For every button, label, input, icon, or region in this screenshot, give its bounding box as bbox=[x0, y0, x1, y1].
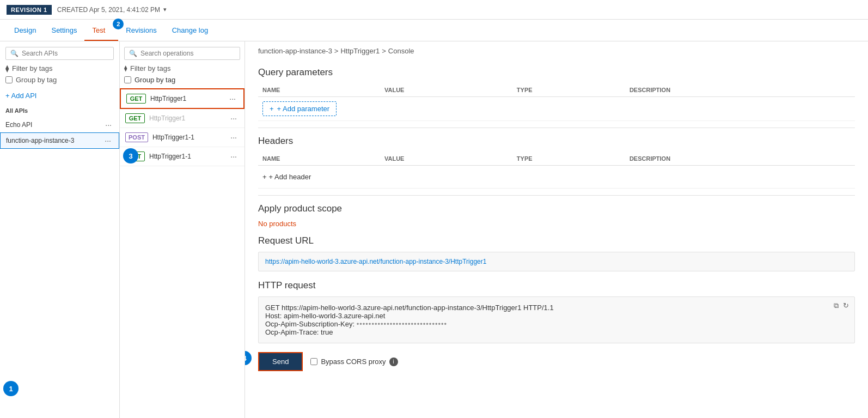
op-item-httptrigger1-get[interactable]: GET HttpTrigger1 ··· bbox=[120, 88, 244, 109]
query-params-add-row: + + Add parameter bbox=[258, 97, 855, 121]
op-item-httptrigger1-1-get[interactable]: GET HttpTrigger1-1 ··· bbox=[120, 147, 244, 166]
bypass-info-icon[interactable]: i bbox=[389, 358, 398, 366]
col-type: TYPE bbox=[512, 83, 625, 97]
http-line3: Ocp-Apim-Subscription-Key: •••••••••••••… bbox=[265, 320, 848, 328]
search-icon: 🔍 bbox=[10, 50, 19, 57]
mid-filter-icon: ⧫ bbox=[124, 65, 127, 72]
revision-bar: REVISION 1 CREATED Apr 5, 2021, 4:41:02 … bbox=[0, 0, 868, 20]
add-api-button[interactable]: + Add API bbox=[5, 92, 114, 100]
hcol-value: VALUE bbox=[380, 152, 512, 166]
op-method-get2: GET bbox=[125, 113, 145, 123]
step4-badge: 4 bbox=[245, 351, 252, 365]
sidebar-item-echo-api[interactable]: Echo API ··· bbox=[0, 117, 119, 132]
breadcrumb-part2[interactable]: HttpTrigger1 bbox=[340, 47, 380, 55]
headers-add-row: + + Add header bbox=[258, 166, 855, 189]
col-value: VALUE bbox=[380, 83, 512, 97]
middle-panel: 🔍 ⧫ Filter by tags Group by tag GET Http… bbox=[120, 41, 245, 418]
mid-group-checkbox[interactable] bbox=[124, 76, 131, 83]
tab-design[interactable]: Design bbox=[7, 21, 44, 41]
request-url-title: Request URL bbox=[258, 235, 855, 246]
right-panel: function-app-instance-3 > HttpTrigger1 >… bbox=[245, 41, 868, 418]
op1-ellipsis[interactable]: ··· bbox=[227, 94, 238, 103]
hcol-type: TYPE bbox=[512, 152, 625, 166]
add-header-button[interactable]: + + Add header bbox=[262, 170, 311, 184]
apply-product-title: Apply product scope bbox=[258, 203, 855, 214]
mid-search-icon: 🔍 bbox=[129, 50, 137, 57]
search-operations-input[interactable] bbox=[140, 50, 235, 57]
headers-title: Headers bbox=[258, 136, 855, 147]
breadcrumb-sep2: > bbox=[382, 47, 386, 55]
op-method-get: GET bbox=[126, 94, 146, 104]
op-method-post: POST bbox=[125, 132, 148, 142]
left-sidebar: 🔍 ⧫ Filter by tags Group by tag + Add AP… bbox=[0, 41, 120, 418]
filter-icon: ⧫ bbox=[5, 64, 9, 72]
http-line1: GET https://apim-hello-world-3.azure-api… bbox=[265, 304, 848, 312]
op4-ellipsis[interactable]: ··· bbox=[228, 152, 239, 161]
mid-filter-by-tags[interactable]: ⧫ Filter by tags bbox=[124, 64, 240, 72]
request-url-value: https://apim-hello-world-3.azure-api.net… bbox=[258, 252, 855, 271]
group-by-tag[interactable]: Group by tag bbox=[5, 76, 114, 84]
tabs-bar: Design Settings Test 2 Revisions Change … bbox=[0, 20, 868, 41]
bypass-cors-label: Bypass CORS proxy i bbox=[310, 358, 398, 366]
op3-ellipsis[interactable]: ··· bbox=[228, 133, 239, 142]
tab-changelog[interactable]: Change log bbox=[164, 21, 216, 41]
headers-table: NAME VALUE TYPE DESCRIPTION + + Add head… bbox=[258, 152, 855, 189]
step3-badge: 3 bbox=[123, 148, 138, 163]
group-by-checkbox[interactable] bbox=[5, 76, 13, 83]
hcol-desc: DESCRIPTION bbox=[625, 152, 855, 166]
breadcrumb: function-app-instance-3 > HttpTrigger1 >… bbox=[258, 41, 855, 59]
refresh-icon[interactable]: ↻ bbox=[843, 301, 849, 310]
search-operations-wrapper: 🔍 bbox=[124, 47, 240, 60]
http-line2: Host: apim-hello-world-3.azure-api.net bbox=[265, 312, 848, 320]
sidebar-item-function-app[interactable]: function-app-instance-3 ··· bbox=[0, 132, 119, 149]
query-params-table: NAME VALUE TYPE DESCRIPTION + + Add para… bbox=[258, 83, 855, 121]
tab-test[interactable]: Test 2 bbox=[84, 21, 118, 41]
add-parameter-button[interactable]: + + Add parameter bbox=[262, 101, 337, 116]
breadcrumb-part1[interactable]: function-app-instance-3 bbox=[258, 47, 332, 55]
copy-icons: ⧉ ↻ bbox=[834, 301, 849, 310]
send-row: 4 Send Bypass CORS proxy i bbox=[258, 352, 855, 371]
col-name: NAME bbox=[258, 83, 380, 97]
bypass-cors-checkbox[interactable] bbox=[310, 358, 317, 365]
no-products: No products bbox=[258, 220, 855, 228]
col-desc: DESCRIPTION bbox=[625, 83, 855, 97]
mid-group-by[interactable]: Group by tag bbox=[124, 76, 240, 84]
step1-badge: 1 bbox=[3, 381, 19, 396]
http-line4: Ocp-Apim-Trace: true bbox=[265, 328, 848, 336]
filter-by-tags[interactable]: ⧫ Filter by tags bbox=[5, 64, 114, 72]
breadcrumb-sep1: > bbox=[334, 47, 339, 55]
add-header-icon: + bbox=[262, 173, 267, 181]
op-item-httptrigger1-get2[interactable]: GET HttpTrigger1 ··· bbox=[120, 109, 244, 128]
copy-icon[interactable]: ⧉ bbox=[834, 301, 839, 310]
hcol-name: NAME bbox=[258, 152, 380, 166]
search-apis-wrapper: 🔍 bbox=[5, 47, 114, 60]
all-apis-label: All APIs bbox=[0, 105, 119, 117]
add-param-icon: + bbox=[270, 105, 274, 113]
revision-badge: REVISION 1 bbox=[7, 5, 52, 15]
breadcrumb-part3: Console bbox=[388, 47, 414, 55]
tab-revisions[interactable]: Revisions bbox=[118, 21, 164, 41]
op2-ellipsis[interactable]: ··· bbox=[228, 114, 239, 123]
query-params-title: Query parameters bbox=[258, 67, 855, 78]
revision-created: CREATED Apr 5, 2021, 4:41:02 PM bbox=[57, 6, 160, 14]
search-apis-input[interactable] bbox=[22, 50, 109, 57]
http-request-box: ⧉ ↻ GET https://apim-hello-world-3.azure… bbox=[258, 296, 855, 343]
main-layout: 🔍 ⧫ Filter by tags Group by tag + Add AP… bbox=[0, 41, 868, 418]
send-button[interactable]: Send bbox=[258, 352, 303, 371]
function-app-ellipsis[interactable]: ··· bbox=[102, 136, 113, 145]
http-request-title: HTTP request bbox=[258, 280, 855, 291]
tab-settings[interactable]: Settings bbox=[44, 21, 84, 41]
echo-api-ellipsis[interactable]: ··· bbox=[103, 120, 114, 129]
op-item-httptrigger1-1-post[interactable]: POST HttpTrigger1-1 ··· bbox=[120, 128, 244, 147]
revision-dropdown-icon[interactable]: ▾ bbox=[163, 6, 167, 13]
